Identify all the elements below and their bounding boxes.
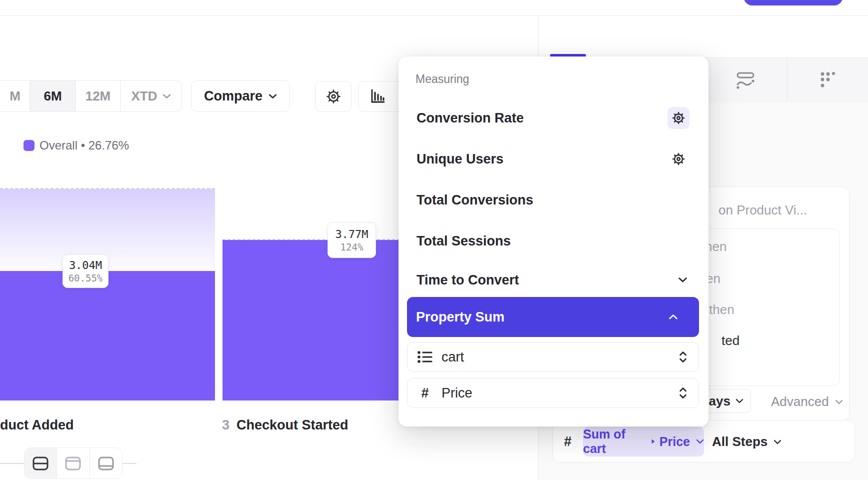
property-sum-event-select[interactable]: cart — [407, 342, 699, 372]
chart-settings-button[interactable] — [315, 81, 352, 112]
compare-label: Compare — [204, 88, 262, 104]
time-range-6m-selected[interactable]: 6M — [30, 80, 76, 112]
layout-rows-icon — [32, 456, 48, 470]
time-range-3m[interactable]: M — [0, 80, 30, 112]
measuring-title: Measuring — [416, 72, 469, 86]
menu-item-property-sum-selected[interactable]: Property Sum — [407, 297, 699, 337]
funnel-bar-product-added[interactable] — [0, 271, 215, 400]
menu-item-label: Property Sum — [416, 310, 504, 325]
menu-item-label: Unique Users — [416, 152, 504, 167]
sum-of-cart-price-chip[interactable]: Sum of cart Price — [583, 426, 704, 456]
time-range-selector: M 6M 12M XTD — [0, 80, 182, 112]
bar1-value-tooltip: 3.04M 60.55% — [62, 254, 108, 288]
bar2-value-tooltip: 3.77M 124% — [328, 222, 376, 258]
divider-line — [0, 463, 24, 464]
layout-footer-bottom-button[interactable] — [90, 448, 122, 478]
chevron-down-icon — [162, 94, 171, 99]
stepper-updown-icon[interactable] — [678, 350, 688, 364]
bar1-value: 3.04M — [69, 259, 102, 272]
chevron-down-icon — [774, 440, 782, 444]
menu-item-conversion-rate[interactable]: Conversion Rate — [398, 103, 708, 133]
all-steps-label: All Steps — [712, 434, 768, 450]
steps-card-title: on Product Vi... — [718, 202, 807, 218]
top-bar — [0, 0, 868, 16]
bar2-value: 3.77M — [335, 228, 368, 240]
query-builder-tabs: Query Chart — [538, 16, 868, 58]
menu-item-total-conversions[interactable]: Total Conversions — [398, 185, 708, 215]
chart-type-funnel-button[interactable] — [358, 81, 404, 112]
app-root: M 6M 12M XTD Compare — [0, 0, 868, 480]
all-steps-dropdown[interactable]: All Steps — [712, 434, 782, 450]
layout-split-rows-button[interactable] — [24, 448, 57, 478]
menu-item-total-sessions[interactable]: Total Sessions — [398, 226, 708, 256]
bar1-pct: 60.55% — [68, 272, 103, 284]
advanced-label: Advanced — [771, 394, 829, 410]
legend-swatch — [24, 140, 34, 151]
toolbar-divider — [787, 58, 788, 102]
property-sum-property-select[interactable]: # Price — [407, 378, 699, 408]
gear-icon[interactable] — [668, 107, 690, 129]
menu-item-label: Total Conversions — [416, 192, 534, 208]
chevron-up-icon — [668, 314, 678, 320]
chevron-down-icon — [696, 439, 704, 444]
chevron-down-icon — [268, 94, 277, 99]
dots-grid-icon — [818, 70, 838, 90]
layout-top-icon — [65, 456, 81, 470]
step-number: 3 — [222, 418, 230, 433]
bar2-pct: 124% — [340, 242, 364, 252]
chip-part2: Price — [660, 434, 690, 449]
hash-icon: # — [416, 386, 434, 401]
flow-squiggle-icon — [736, 71, 756, 89]
menu-item-time-to-convert[interactable]: Time to Convert — [398, 265, 708, 295]
menu-item-label: Total Sessions — [416, 234, 511, 249]
step-row-fragment: ted — [722, 333, 740, 348]
numeric-property-icon: # — [564, 434, 572, 450]
funnel-bar-checkout-started[interactable] — [222, 240, 400, 400]
divider-line — [122, 463, 136, 464]
list-icon — [416, 350, 434, 364]
menu-item-label: Conversion Rate — [416, 110, 524, 126]
layout-header-top-button[interactable] — [57, 448, 90, 478]
time-range-12m[interactable]: 12M — [76, 80, 120, 112]
legend-label: Overall • 26.76% — [40, 138, 129, 152]
chip-part1: Sum of cart — [583, 427, 647, 456]
gear-icon — [325, 88, 342, 105]
chevron-down-icon — [678, 277, 688, 283]
compare-button[interactable]: Compare — [191, 80, 290, 112]
gear-icon[interactable] — [668, 148, 690, 170]
primary-action-button[interactable] — [744, 0, 843, 6]
funnel-bars-icon — [369, 88, 386, 105]
advanced-dropdown[interactable]: Advanced — [771, 394, 843, 410]
time-range-xtd[interactable]: XTD — [120, 80, 182, 112]
step-name: Checkout Started — [236, 418, 348, 433]
days-label: lays — [705, 394, 730, 409]
chart-legend[interactable]: Overall • 26.76% — [24, 138, 129, 152]
step-label-product-added: duct Added — [0, 418, 74, 433]
layout-toggle-group — [24, 448, 122, 479]
flow-view-button[interactable] — [734, 68, 757, 92]
property-name: Price — [442, 386, 472, 401]
chevron-down-icon — [736, 398, 744, 404]
stepper-updown-icon[interactable] — [678, 386, 688, 400]
step-row-fragment: then — [709, 302, 734, 318]
step-label-checkout-started: 3 Checkout Started — [222, 418, 348, 433]
time-range-xtd-label: XTD — [132, 88, 158, 104]
menu-item-unique-users[interactable]: Unique Users — [398, 144, 708, 174]
measuring-dropdown: Measuring Conversion Rate Unique Users — [398, 56, 708, 426]
layout-bottom-icon — [98, 456, 114, 470]
triangle-right-icon — [651, 438, 656, 444]
event-name: cart — [442, 350, 464, 365]
menu-item-label: Time to Convert — [416, 272, 519, 288]
chevron-down-icon — [835, 400, 843, 404]
more-options-button[interactable] — [817, 68, 840, 92]
